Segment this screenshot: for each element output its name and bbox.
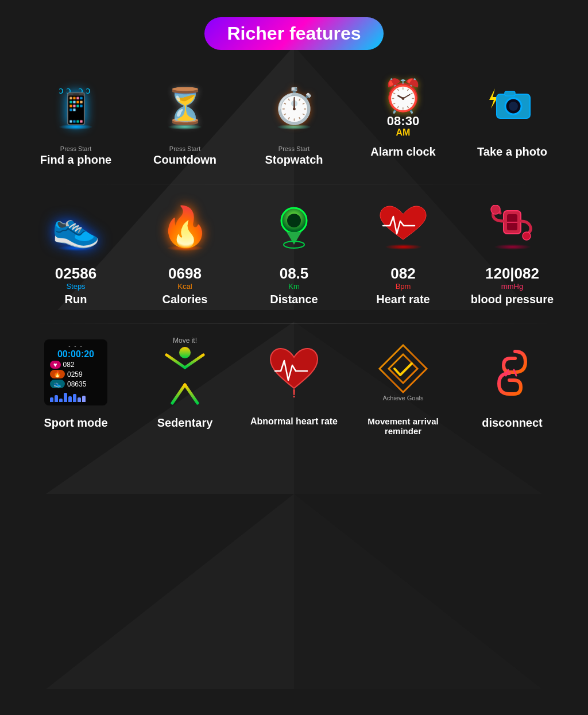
find-phone-icon-area: ↄↄ ↄↄ 📱 [41, 73, 110, 142]
sport-mode-label: Sport mode [44, 416, 107, 430]
bp-svg-icon [486, 205, 538, 246]
svg-point-17 [491, 205, 500, 214]
sedentary-label: Sedentary [157, 416, 213, 430]
alarm-icon-area: ⏰ 08:30 AM [369, 73, 438, 142]
countdown-label: Countdown [153, 153, 216, 167]
feature-row-2: 👟 02586 Steps Run 🔥 0698 Kcal Calories [11, 193, 577, 306]
chart-bar-5 [68, 396, 72, 402]
sport-mode-display: - - - 00:00:20 ♥ 082 🔥 0259 👟 08635 [44, 339, 107, 405]
bp-number: 120|082 [485, 265, 539, 282]
chart-bar-2 [55, 395, 58, 402]
feature-stopwatch: ⏱️ Press Start Stopwatch [239, 73, 349, 167]
calories-number: 0698 [168, 265, 202, 282]
distance-unit: Km [288, 282, 300, 291]
svg-point-9 [509, 102, 518, 111]
feature-blood-pressure: 120|082 mmHg blood pressure [458, 193, 567, 306]
svg-text:!: ! [292, 387, 296, 399]
stopwatch-sub: Press Start [278, 145, 310, 152]
person-svg-icon [162, 346, 208, 409]
movement-reminder-label: Movement arrival reminder [349, 416, 458, 436]
calories-label: Calories [163, 293, 208, 306]
chart-bar-4 [64, 393, 67, 402]
disconnect-label: disconnect [482, 416, 543, 430]
sport-chart [50, 391, 102, 402]
sport-heart-badge: ♥ [50, 361, 61, 369]
calories-unit: Kcal [177, 282, 192, 291]
chart-bar-7 [78, 397, 81, 402]
distance-icon-area [260, 193, 328, 262]
feature-distance: 08.5 Km Distance [239, 193, 349, 306]
divider-1 [34, 184, 554, 184]
stopwatch-label: Stopwatch [265, 153, 323, 167]
distance-label: Distance [270, 293, 318, 306]
abnormal-heart-label: Abnormal heart rate [250, 416, 338, 427]
find-phone-sub: Press Start [60, 145, 91, 152]
svg-point-20 [179, 347, 191, 358]
achievement-svg-icon [377, 343, 429, 395]
divider-2 [34, 323, 554, 324]
camera-svg-icon [486, 86, 538, 129]
run-number: 02586 [55, 265, 96, 282]
distance-svg-icon [274, 204, 314, 250]
alarm-label: Alarm clock [370, 145, 435, 159]
feature-disconnect: disconnect [458, 333, 567, 430]
svg-line-24 [172, 385, 185, 403]
achievement-sub-text: Achieve Goals [383, 395, 424, 402]
feature-abnormal-heart: ! Abnormal heart rate [239, 333, 349, 427]
camera-icon-area [478, 73, 547, 142]
heart-rate-number: 082 [390, 265, 415, 282]
alarm-ampm: AM [396, 127, 411, 138]
sport-calories-value: 0259 [67, 370, 83, 378]
bp-unit: mmHg [501, 282, 523, 291]
feature-heart-rate: 082 Bpm Heart rate [349, 193, 458, 306]
feature-camera: Take a photo [458, 73, 567, 159]
heart-rate-svg-icon [377, 205, 429, 246]
svg-marker-4 [46, 494, 294, 689]
svg-marker-13 [287, 232, 301, 245]
find-phone-label: Find a phone [40, 153, 111, 167]
feature-row-3: - - - 00:00:20 ♥ 082 🔥 0259 👟 08635 [11, 333, 577, 436]
svg-point-12 [287, 214, 301, 227]
title-section: Richer features [11, 17, 577, 50]
countdown-icon-area: ⏳ [150, 73, 219, 142]
sport-mode-icon-area: - - - 00:00:20 ♥ 082 🔥 0259 👟 08635 [41, 333, 110, 413]
heart-rate-icon-area [369, 193, 438, 262]
svg-rect-10 [505, 91, 515, 96]
bp-label: blood pressure [471, 293, 554, 306]
feature-sedentary: Move it! [130, 333, 239, 430]
disconnect-svg-icon [486, 347, 538, 399]
sport-steps-value: 08635 [67, 380, 86, 388]
heart-rate-label: Heart rate [376, 293, 430, 306]
feature-find-phone: ↄↄ ↄↄ 📱 Press Start Find a phone [21, 73, 130, 167]
chart-bar-1 [50, 397, 53, 402]
abnormal-heart-icon-area: ! [260, 333, 328, 413]
run-label: Run [65, 293, 87, 306]
run-unit: Steps [66, 282, 85, 291]
sport-heart-value: 082 [63, 361, 75, 369]
chart-bar-8 [82, 396, 86, 402]
feature-run: 👟 02586 Steps Run [21, 193, 130, 306]
sedentary-icon-area: Move it! [150, 333, 219, 413]
svg-marker-28 [389, 354, 417, 383]
feature-countdown: ⏳ Press Start Countdown [130, 73, 239, 167]
disconnect-icon-area [478, 333, 547, 413]
chart-bar-3 [59, 399, 63, 402]
heart-rate-unit: Bpm [396, 282, 411, 291]
camera-label: Take a photo [477, 145, 547, 159]
feature-sport-mode: - - - 00:00:20 ♥ 082 🔥 0259 👟 08635 [21, 333, 130, 430]
feature-calories: 🔥 0698 Kcal Calories [130, 193, 239, 306]
abnormal-heart-svg-icon: ! [268, 347, 320, 399]
run-icon-area: 👟 [41, 193, 110, 262]
feature-movement-reminder: Achieve Goals Movement arrival reminder [349, 333, 458, 436]
sport-stat-steps: 👟 08635 [50, 380, 102, 388]
sport-stat-heart: ♥ 082 [50, 361, 102, 369]
blood-pressure-icon-area [478, 193, 547, 262]
distance-number: 08.5 [280, 265, 309, 282]
svg-point-18 [523, 232, 531, 240]
chart-bar-6 [73, 394, 76, 402]
alarm-time: 08:30 [387, 115, 419, 127]
calories-icon-area: 🔥 [150, 193, 219, 262]
sport-time: 00:00:20 [50, 349, 102, 360]
stopwatch-icon-area: ⏱️ [260, 73, 328, 142]
movement-reminder-icon-area: Achieve Goals [369, 333, 438, 413]
